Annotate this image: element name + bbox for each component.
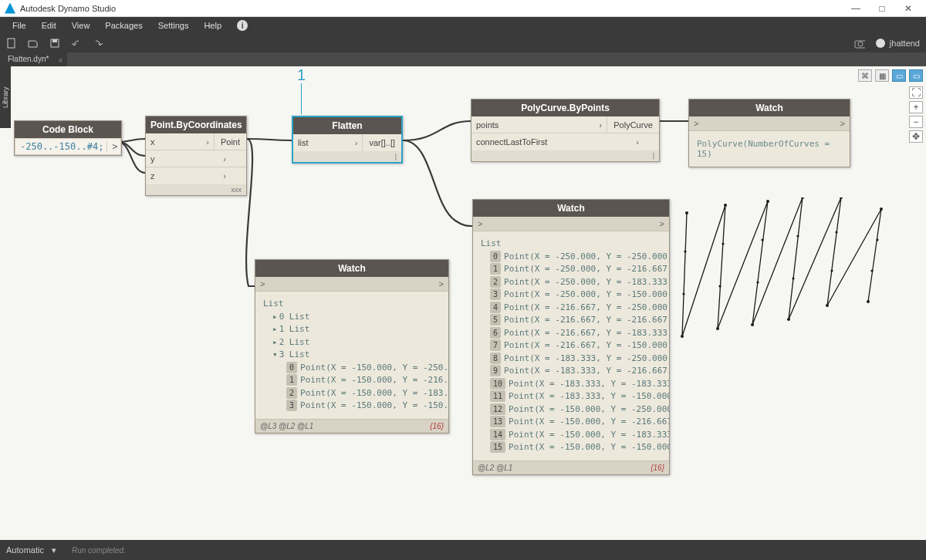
document-tab-bar: Flatten.dyn* × xyxy=(0,52,926,66)
annotation-number: 1 xyxy=(297,66,306,84)
run-mode-dropdown[interactable]: Automatic ▾ xyxy=(6,545,56,555)
list-item: 3Point(X = -250.000, Y = -150.000, xyxy=(490,288,661,302)
output-port[interactable]: PolyCurve xyxy=(607,116,659,133)
code-text[interactable]: -250..-150..#4; xyxy=(20,141,103,152)
minimize-button[interactable]: — xyxy=(843,3,869,14)
svg-rect-2 xyxy=(52,39,57,42)
watch-in-port[interactable]: > xyxy=(694,119,698,128)
node-point-bycoordinates[interactable]: Point.ByCoordinates x›Point y›. z›. xxx xyxy=(145,116,247,196)
output-port[interactable]: Point xyxy=(214,133,246,150)
user-menu[interactable]: jhattend xyxy=(876,39,920,48)
node-watch-nested[interactable]: Watch >> List ▸0 List ▸1 List ▸2 List ▾3… xyxy=(255,259,449,433)
link-icon[interactable]: ⌘ xyxy=(858,69,872,82)
svg-point-11 xyxy=(801,197,804,199)
chevron-icon[interactable]: › xyxy=(631,137,644,147)
3d-view-button[interactable]: ▭ xyxy=(909,69,923,82)
list-item: 5Point(X = -216.667, Y = -216.667, xyxy=(490,314,661,327)
watch-output[interactable]: List ▸0 List ▸1 List ▸2 List ▾3 List 0Po… xyxy=(255,292,448,419)
list-item: 13Point(X = -150.000, Y = -216.667 xyxy=(490,416,661,429)
menu-settings[interactable]: Settings xyxy=(150,21,197,30)
list-item: 1Point(X = -250.000, Y = -216.667, xyxy=(490,263,661,276)
list-item: 8Point(X = -183.333, Y = -250.000, xyxy=(490,353,661,366)
lacing-indicator[interactable]: | xyxy=(293,151,401,162)
node-title: Watch xyxy=(255,260,448,277)
list-item: 6Point(X = -216.667, Y = -183.333, xyxy=(490,327,661,340)
input-port-y[interactable]: y xyxy=(146,154,218,164)
output-port[interactable]: var[]..[] xyxy=(362,134,401,151)
close-button[interactable]: ✕ xyxy=(895,3,921,14)
watch-out-port[interactable]: > xyxy=(840,119,845,128)
svg-point-25 xyxy=(835,231,837,233)
input-port-connect[interactable]: connectLastToFirst xyxy=(471,137,631,147)
output-port[interactable]: > xyxy=(106,141,122,152)
chevron-icon[interactable]: › xyxy=(218,154,231,164)
menu-edit[interactable]: Edit xyxy=(34,21,64,30)
chevron-icon[interactable]: › xyxy=(350,138,363,147)
watch-output: PolyCurve(NumberOfCurves = 15) xyxy=(689,131,850,167)
svg-point-14 xyxy=(826,304,829,307)
svg-point-24 xyxy=(792,277,794,279)
list-item: 2Point(X = -250.000, Y = -183.333, xyxy=(490,276,661,289)
graph-view-button[interactable]: ▭ xyxy=(892,69,906,82)
node-watch-flat[interactable]: Watch >> List 0Point(X = -250.000, Y = -… xyxy=(472,199,670,475)
app-title: Autodesk Dynamo Studio xyxy=(20,4,843,13)
svg-point-21 xyxy=(761,238,763,241)
item-count: {16} xyxy=(651,464,664,472)
menu-file[interactable]: File xyxy=(5,21,34,30)
lacing-indicator[interactable]: | xyxy=(471,150,659,161)
watch-out-port[interactable]: > xyxy=(660,219,664,228)
list-item: 4Point(X = -216.667, Y = -250.000, xyxy=(490,302,661,315)
camera-icon[interactable] xyxy=(854,38,865,49)
chevron-icon[interactable]: › xyxy=(595,120,607,130)
watch-in-port[interactable]: > xyxy=(478,219,482,228)
menu-view[interactable]: View xyxy=(64,21,98,30)
maximize-button[interactable]: □ xyxy=(869,3,895,14)
input-port-list[interactable]: list xyxy=(293,138,350,147)
node-title: Point.ByCoordinates xyxy=(146,116,246,133)
item-count: {16} xyxy=(430,422,444,430)
node-title: PolyCurve.ByPoints xyxy=(471,100,659,116)
nav-icon[interactable]: ▦ xyxy=(875,69,889,82)
levels-label[interactable]: @L3 @L2 @L1 xyxy=(260,422,313,430)
redo-icon[interactable] xyxy=(93,38,103,49)
zoom-out-button[interactable]: − xyxy=(909,116,923,128)
library-panel-tab[interactable]: Library xyxy=(0,66,11,128)
svg-point-23 xyxy=(796,234,799,237)
input-port-z[interactable]: z xyxy=(146,171,218,180)
lacing-indicator[interactable]: xxx xyxy=(146,184,246,195)
zoom-in-button[interactable]: + xyxy=(909,101,923,113)
node-polycurve-bypoints[interactable]: PolyCurve.ByPoints points›PolyCurve conn… xyxy=(471,99,660,162)
levels-label[interactable]: @L2 @L1 xyxy=(478,464,512,472)
svg-point-4 xyxy=(858,42,863,46)
svg-point-9 xyxy=(766,200,769,203)
username: jhattend xyxy=(890,39,920,48)
geometry-preview xyxy=(679,197,911,383)
svg-point-17 xyxy=(684,250,686,252)
node-watch-result[interactable]: Watch >> PolyCurve(NumberOfCurves = 15) xyxy=(688,99,850,167)
node-title: Watch xyxy=(689,100,850,116)
pan-button[interactable]: ✥ xyxy=(909,130,923,143)
node-flatten[interactable]: Flatten list › var[]..[] | xyxy=(292,116,403,164)
svg-point-5 xyxy=(685,211,688,214)
save-icon[interactable] xyxy=(49,38,60,49)
chevron-down-icon: ▾ xyxy=(52,545,56,555)
menu-help[interactable]: Help xyxy=(196,21,229,30)
graph-canvas[interactable]: Library ⌘ ▦ ▭ ▭ ⛶ + − ✥ 1 Code Block -25… xyxy=(0,66,926,540)
info-icon[interactable]: i xyxy=(237,20,248,31)
chevron-icon[interactable]: › xyxy=(218,171,231,180)
chevron-icon[interactable]: › xyxy=(201,137,214,147)
menu-packages[interactable]: Packages xyxy=(97,21,150,30)
watch-out-port[interactable]: > xyxy=(439,279,444,288)
input-port-points[interactable]: points xyxy=(471,120,595,130)
svg-rect-0 xyxy=(8,39,15,48)
open-file-icon[interactable] xyxy=(28,38,39,49)
list-item: 11Point(X = -183.333, Y = -150.000 xyxy=(490,390,661,403)
input-port-x[interactable]: x xyxy=(146,137,201,147)
document-tab[interactable]: Flatten.dyn* × xyxy=(0,52,67,66)
zoom-fit-button[interactable]: ⛶ xyxy=(909,86,923,99)
watch-output[interactable]: List 0Point(X = -250.000, Y = -250.000,1… xyxy=(473,231,669,460)
undo-icon[interactable] xyxy=(71,38,82,49)
watch-in-port[interactable]: > xyxy=(260,279,265,288)
new-file-icon[interactable] xyxy=(6,38,17,49)
node-code-block[interactable]: Code Block -250..-150..#4; > xyxy=(14,120,122,156)
